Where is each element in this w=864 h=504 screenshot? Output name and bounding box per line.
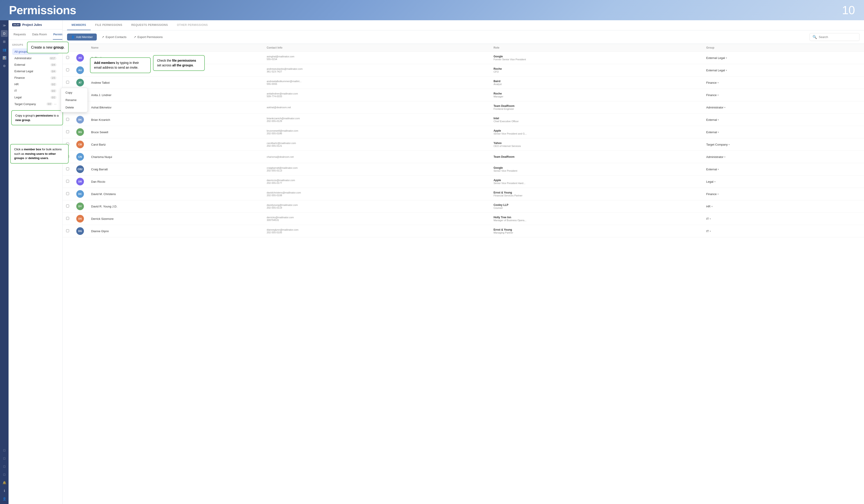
project-name: Project Jules: [22, 23, 42, 26]
sidebar-icon-app4[interactable]: □: [1, 471, 8, 478]
sidebar-icon-users[interactable]: 👥: [1, 46, 8, 53]
sidebar-icon-chart[interactable]: 📊: [1, 55, 8, 61]
group-tag[interactable]: IT ▾: [706, 229, 861, 233]
sidebar-icon-info[interactable]: ℹ: [1, 487, 8, 494]
add-member-label: Add Member: [76, 35, 93, 39]
sidebar-icon-bell[interactable]: 🔔: [1, 479, 8, 486]
group-more-icon[interactable]: ···: [54, 102, 57, 106]
row-role-cell: Intel Chief Executive Officer: [490, 113, 703, 126]
row-contact-cell: andrewtalbotkummer@mailint... 555-5555: [263, 76, 490, 89]
group-item-finance[interactable]: Finance 1/5: [12, 74, 59, 81]
group-tag[interactable]: External ▾: [706, 131, 861, 134]
sub-tab-file-permissions[interactable]: FILE PERMISSIONS: [91, 20, 127, 30]
table-row: DG Dianne Glynn dianneglynn@mailinator.c…: [62, 225, 864, 237]
avatar-initials: DC: [78, 193, 82, 195]
avatar: CB2: [76, 165, 84, 173]
app-layout: ≫ D ⊞ 👥 📊 ⚙ □ □ □ □ 🔔 ℹ 👤 JULES Project …: [0, 20, 864, 504]
sidebar-icon-app3[interactable]: □: [1, 463, 8, 470]
row-checkbox[interactable]: [66, 217, 69, 220]
row-checkbox-cell: [62, 163, 73, 176]
group-count-external: 0/4: [50, 63, 57, 67]
row-role-cell: Roche Manager: [490, 89, 703, 101]
col-avatar: [73, 44, 87, 52]
row-checkbox[interactable]: [66, 69, 69, 71]
group-tag[interactable]: External Legal ▾: [706, 56, 861, 60]
group-item-it[interactable]: IT 0/2: [12, 87, 59, 94]
nav-tab-dataroom[interactable]: Data Room: [32, 29, 47, 40]
row-contact-cell: askhat@dealroom.net: [263, 101, 490, 113]
row-role-cell: Apple Senior Vice President Hard...: [490, 176, 703, 188]
sub-tab-members[interactable]: MEMBERS: [67, 20, 91, 30]
role-company: Google: [493, 55, 699, 58]
group-tag[interactable]: Administrator ▾: [706, 155, 861, 159]
role-company: Baird: [493, 80, 699, 83]
sub-tab-other-permissions[interactable]: OTHER PERMISSIONS: [172, 20, 212, 30]
group-tag-name: External: [706, 118, 717, 121]
row-avatar-cell: BK: [73, 113, 87, 126]
group-tag-name: External: [706, 168, 717, 171]
context-menu-rename[interactable]: Rename: [61, 96, 62, 104]
search-input[interactable]: [819, 35, 856, 39]
contact-email: andreweubanks@mailinator.com: [267, 68, 486, 70]
sidebar-icon-app1[interactable]: □: [1, 447, 8, 454]
row-contact-cell: davidyoung@mailinator.com 202-555-0119: [263, 200, 490, 213]
export-permissions-button[interactable]: ↗ Export Permissions: [131, 34, 165, 40]
row-checkbox[interactable]: [66, 205, 69, 207]
row-checkbox[interactable]: [66, 56, 69, 59]
group-tag[interactable]: Finance ▾: [706, 81, 861, 84]
group-tag[interactable]: External Legal ▾: [706, 69, 861, 72]
export-contacts-button[interactable]: ↗ Export Contacts: [99, 34, 129, 40]
chevron-down-icon: ▾: [724, 156, 725, 158]
row-checkbox[interactable]: [66, 229, 69, 232]
context-menu-delete[interactable]: Delete: [61, 104, 62, 111]
group-tag[interactable]: Administrator ▾: [706, 106, 861, 109]
nav-tab-requests[interactable]: Requests: [13, 29, 26, 40]
group-tag[interactable]: IT ▾: [706, 217, 861, 220]
context-menu-copy[interactable]: Copy: [61, 89, 62, 96]
group-tag[interactable]: External ▾: [706, 168, 861, 171]
group-item-legal[interactable]: Legal 0/2: [12, 94, 59, 100]
sidebar-icon-app2[interactable]: □: [1, 455, 8, 462]
table-row: AL Anita J. Lindner anitalindner@mailina…: [62, 89, 864, 101]
sidebar-icon-user-bottom[interactable]: 👤: [1, 495, 8, 502]
add-member-button[interactable]: 👤 Add Member: [67, 34, 97, 40]
group-item-external[interactable]: External 0/4: [12, 61, 59, 68]
group-item-externallegal[interactable]: External Legal 0/4: [12, 68, 59, 74]
contact-phone: 202-555-0121: [267, 144, 486, 147]
group-tag[interactable]: External ▾: [706, 118, 861, 121]
group-tag[interactable]: HR ▾: [706, 205, 861, 208]
row-checkbox[interactable]: [66, 192, 69, 195]
add-person-icon: 👤: [71, 35, 75, 39]
group-item-hr[interactable]: HR 0/2: [12, 81, 59, 87]
contact-email: danriccio@mailinator.com: [267, 179, 486, 182]
callout-create-group: Create a new group.: [27, 41, 62, 53]
sidebar-icon-expand[interactable]: ≫: [1, 22, 8, 29]
sidebar-icon-settings[interactable]: ⚙: [1, 62, 8, 69]
group-tag[interactable]: Legal ▾: [706, 180, 861, 183]
row-checkbox[interactable]: [66, 167, 69, 170]
row-checkbox[interactable]: [66, 81, 69, 84]
group-tag[interactable]: Target Company ▾: [706, 143, 861, 146]
avatar-initials: CB: [78, 143, 82, 146]
group-item-targetcompany[interactable]: Target Company 0/2 ···: [12, 100, 59, 107]
sub-tab-requests-permissions[interactable]: REQUESTS PERMISSIONS: [127, 20, 172, 30]
group-tag-name: IT: [706, 229, 709, 233]
group-item-administrator[interactable]: Administrator 0/17: [12, 55, 59, 61]
group-count-administrator: 0/17: [49, 57, 57, 60]
contact-email: carolbartz@mailinator.com: [267, 142, 486, 144]
group-tag[interactable]: Finance ▾: [706, 93, 861, 97]
sidebar-icon-avatar[interactable]: D: [1, 30, 8, 37]
avatar-initials: DG: [78, 230, 82, 232]
row-group-cell: External ▾: [703, 113, 864, 126]
row-checkbox[interactable]: [66, 180, 69, 183]
role-company: Ernst & Young: [493, 191, 699, 194]
row-name-cell: Anita J. Lindner: [87, 89, 263, 101]
row-avatar-cell: DG: [73, 225, 87, 237]
group-tag[interactable]: Finance ▾: [706, 192, 861, 196]
sidebar-icon-layers[interactable]: ⊞: [1, 38, 8, 45]
row-checkbox[interactable]: [66, 130, 69, 133]
nav-tab-permissions[interactable]: Permissions: [53, 29, 62, 40]
group-name-finance: Finance: [14, 76, 25, 80]
row-checkbox[interactable]: [66, 118, 69, 121]
role-company: Team DealRoom: [493, 104, 699, 108]
